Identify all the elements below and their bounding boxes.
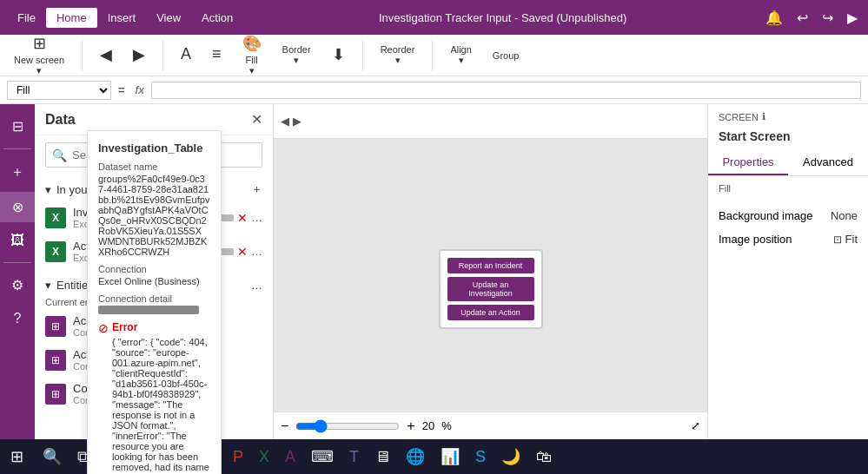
insert-menu[interactable]: Insert xyxy=(97,8,147,28)
fill-button[interactable]: 🎨 Fill ▾ xyxy=(235,30,268,80)
chevron-down-icon: ▾ xyxy=(45,183,51,196)
view-menu[interactable]: View xyxy=(146,8,191,28)
question-icon[interactable]: ? xyxy=(0,304,35,333)
fill-property: Fill xyxy=(708,176,868,204)
error-content: Error { "error": { "code": 404, "source"… xyxy=(112,321,210,474)
remote-icon[interactable]: 🖥 xyxy=(368,444,397,470)
canvas-forward-icon[interactable]: ▶ xyxy=(293,115,301,128)
redo-icon[interactable]: ↪ xyxy=(818,6,837,30)
screen-title: Start Screen xyxy=(708,129,868,150)
right-panel-tabs: Properties Advanced xyxy=(708,150,868,176)
play-icon[interactable]: ▶ xyxy=(844,6,861,30)
ribbon: ⊞ New screen ▾ ◀ ▶ A ≡ 🎨 Fill ▾ Border ▾… xyxy=(0,35,868,76)
tree-view-icon[interactable]: ⊟ xyxy=(0,111,35,142)
store-icon[interactable]: 🛍 xyxy=(529,444,559,470)
left-sidebar: ⊟ ＋ ⊗ 🖼 ⚙ ? xyxy=(0,104,35,439)
powerapps-icon[interactable]: A xyxy=(278,444,302,470)
undo-icon[interactable]: ↩ xyxy=(793,6,812,30)
main-content: ⊟ ＋ ⊗ 🖼 ⚙ ? Data ✕ 🔍 ▾ In your app ＋ X xyxy=(0,104,868,439)
tab-advanced[interactable]: Advanced xyxy=(788,150,868,175)
entities-more-icon[interactable]: … xyxy=(251,279,262,292)
vscode-icon[interactable]: ⌨ xyxy=(304,444,341,470)
zoom-slider[interactable] xyxy=(295,419,400,433)
search-taskbar-icon[interactable]: 🔍 xyxy=(36,444,69,470)
font-size-button[interactable]: A xyxy=(174,42,198,69)
chevron-down-icon: ▾ xyxy=(45,279,51,292)
new-screen-icon: ⊞ xyxy=(33,34,46,53)
zoom-plus-button[interactable]: + xyxy=(407,418,414,434)
tooltip-popup: Investigation_Table Dataset name groups%… xyxy=(87,130,222,474)
ribbon-back-icon[interactable]: ◀ xyxy=(93,42,119,69)
cortana-icon[interactable]: 🌙 xyxy=(494,444,527,470)
ribbon-forward-icon[interactable]: ▶ xyxy=(126,42,152,69)
align-button[interactable]: ≡ xyxy=(205,42,229,69)
update-action-button[interactable]: Update an Action xyxy=(447,305,534,320)
sidebar-separator-2 xyxy=(3,262,31,263)
ie-icon[interactable]: 🌐 xyxy=(399,444,432,470)
remove-icon[interactable]: ✕ xyxy=(237,245,248,259)
notifications-icon[interactable]: 🔔 xyxy=(762,6,786,30)
fit-icon: ⊡ xyxy=(833,234,842,246)
formula-input[interactable] xyxy=(151,82,861,99)
remove-icon[interactable]: ✕ xyxy=(237,211,248,225)
screen-label: SCREEN xyxy=(719,112,759,122)
more-icon[interactable]: … xyxy=(251,245,262,258)
canvas-area: ◀ ▶ Report an Incident Update an Investi… xyxy=(274,104,707,439)
bg-image-label: Background image xyxy=(719,209,812,222)
zoom-percent: % xyxy=(441,419,452,432)
powerbi-icon[interactable]: 📊 xyxy=(434,444,467,470)
screen-info-icon[interactable]: ℹ xyxy=(762,111,765,122)
more-icon[interactable]: … xyxy=(251,211,262,224)
fill-label: Fill xyxy=(719,183,858,194)
add-datasource-icon[interactable]: ＋ xyxy=(251,181,262,197)
canvas-back-icon[interactable]: ◀ xyxy=(281,115,289,128)
teams-icon[interactable]: T xyxy=(342,444,366,470)
reorder-button[interactable]: Reorder ▾ xyxy=(374,41,422,69)
new-screen-button[interactable]: ⊞ New screen ▾ xyxy=(7,30,71,80)
zoom-level: 20 xyxy=(422,419,434,432)
error-icon: ⊘ xyxy=(98,321,109,335)
align-btn[interactable]: Align ▾ xyxy=(443,41,478,69)
close-icon[interactable]: ✕ xyxy=(251,111,262,128)
insert-icon[interactable]: ＋ xyxy=(0,156,35,188)
property-select[interactable]: Fill xyxy=(7,81,111,100)
sidebar-separator-1 xyxy=(3,148,31,149)
formula-bar: Fill = fx xyxy=(0,76,868,104)
report-incident-button[interactable]: Report an Incident xyxy=(447,258,534,273)
expand-icon[interactable]: ⤢ xyxy=(691,419,700,432)
search-icon: 🔍 xyxy=(52,148,67,162)
canvas-toolbar: ◀ ▶ xyxy=(274,104,707,139)
connection-detail-label: Connection detail xyxy=(98,293,210,304)
menu-bar: File Home Insert View Action Investigati… xyxy=(0,0,868,35)
skype-icon[interactable]: S xyxy=(468,444,493,470)
connection-detail-blurred xyxy=(98,306,199,314)
media-icon[interactable]: 🖼 xyxy=(0,226,35,255)
settings-icon[interactable]: ⚙ xyxy=(0,270,35,300)
error-container: ⊘ Error { "error": { "code": 404, "sourc… xyxy=(98,321,210,474)
right-panel: SCREEN ℹ Start Screen Properties Advance… xyxy=(707,104,868,439)
excel-icon: X xyxy=(45,207,66,228)
more-icon[interactable]: ⬇ xyxy=(325,42,352,69)
dataset-value: groups%2Fa0cf49e9-0c37-4461-8759-28e31aa… xyxy=(98,174,210,257)
update-investigation-button[interactable]: Update an Investigation xyxy=(447,277,534,301)
image-pos-value: ⊡ Fit xyxy=(833,233,858,246)
excel-taskbar-icon[interactable]: X xyxy=(252,444,276,470)
windows-icon[interactable]: ⊞ xyxy=(3,444,30,470)
file-menu[interactable]: File xyxy=(7,8,46,28)
tab-properties[interactable]: Properties xyxy=(708,150,788,175)
data-panel: Data ✕ 🔍 ▾ In your app ＋ X Investigation… xyxy=(35,104,274,439)
action-menu[interactable]: Action xyxy=(191,8,243,28)
entity-icon: ⊞ xyxy=(45,316,66,337)
home-menu[interactable]: Home xyxy=(46,8,97,28)
app-title: Investigation Tracker Input - Saved (Unp… xyxy=(243,11,762,24)
data-icon[interactable]: ⊗ xyxy=(0,192,35,222)
powerpoint-icon[interactable]: P xyxy=(226,444,250,470)
excel-icon: X xyxy=(45,241,66,262)
bg-image-row: Background image None xyxy=(708,204,868,227)
group-button[interactable]: Group xyxy=(486,47,527,64)
zoom-minus-button[interactable]: − xyxy=(281,418,288,434)
fx-icon: fx xyxy=(132,83,148,96)
error-text: { "error": { "code": 404, "source": "eur… xyxy=(112,337,210,474)
ribbon-separator-3 xyxy=(362,40,363,71)
border-button[interactable]: Border ▾ xyxy=(275,41,318,69)
